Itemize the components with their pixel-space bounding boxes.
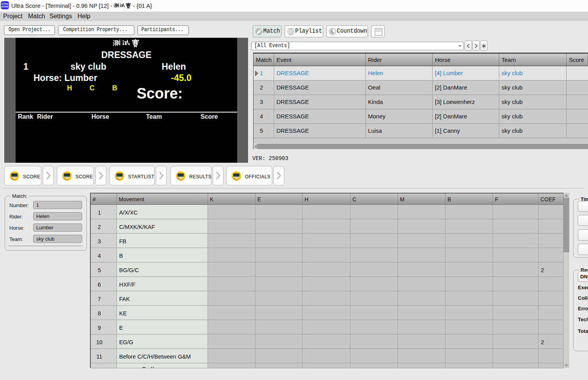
svg-text:ULTRA: ULTRA (1, 3, 9, 5)
svg-text:SCORE: SCORE (1, 5, 9, 8)
